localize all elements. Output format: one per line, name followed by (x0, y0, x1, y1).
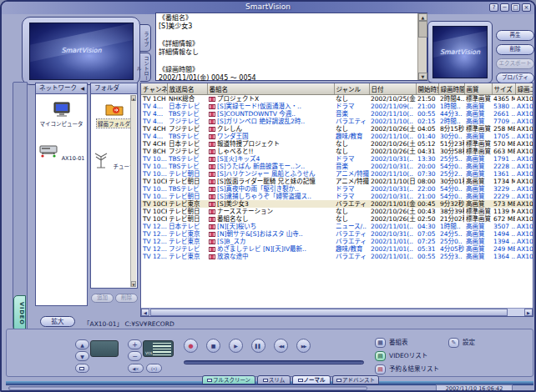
column-header[interactable]: 放送局名 (167, 83, 207, 95)
table-row[interactable]: TV 4CHフジテレビクレしんなし2002/10/26(土)04:058分15秒… (141, 125, 533, 133)
volume-down-button[interactable]: − (128, 351, 142, 361)
column-header[interactable]: 日付 (369, 83, 416, 95)
table-cell: ニュース/.. (334, 223, 369, 230)
zoom-button[interactable]: 拡大 (40, 316, 75, 327)
column-header[interactable]: 録画ユーザ名 (515, 83, 533, 95)
table-row[interactable]: TV 10CHテレビ朝日ナースステーションなし2002/10/26(土)00:4… (141, 208, 533, 215)
table-row[interactable]: TV 4...TBSテレビ[S]COUNTDOWNTV 今週..音楽2002/1… (141, 110, 533, 118)
table-cell: [S][火]キッズ4 (207, 155, 334, 163)
scroll-down-icon[interactable]: ▼ (131, 281, 136, 287)
folder-scrollbar[interactable]: ▲ ▼ (130, 95, 136, 287)
column-header[interactable]: 録画時間 (438, 83, 464, 95)
reservation-list-icon[interactable]: ▤ (375, 364, 386, 374)
scroll-up-icon[interactable]: ▲ (418, 13, 427, 21)
table-row[interactable]: TV 10...テレビ朝日[S]ハリケンジャー 風船とふうせんアニメ/特撮200… (141, 170, 533, 178)
column-header[interactable]: ジャンル (334, 83, 369, 95)
maximize-button[interactable]: □ (511, 3, 520, 12)
channel-down-button[interactable]: ▼ (75, 351, 89, 361)
collapse-icon[interactable]: ◀ (80, 83, 84, 93)
program-guide-icon[interactable]: ▦ (375, 338, 386, 348)
column-header[interactable]: 画質 (464, 83, 492, 95)
video-list-icon[interactable]: ▤ (375, 351, 386, 361)
rewind-button[interactable]: ◀◀ (274, 339, 288, 353)
scroll-right-icon[interactable]: ▶ (524, 309, 533, 316)
scrollbar-thumb[interactable] (150, 309, 508, 316)
delete-folder-button[interactable]: 削除 (115, 294, 138, 303)
audio-mode-button[interactable]: (•) (146, 364, 162, 373)
channel-up-button[interactable]: ▲ (75, 339, 89, 349)
table-cell: 高画質 (464, 118, 492, 125)
help-button[interactable]: ? (489, 3, 498, 12)
table-cell: 標準画質 (464, 95, 492, 103)
table-row[interactable]: TV 4CH日本テレビ報道特捜プロジェクトなし2002/10/26(土)05:1… (141, 140, 533, 148)
tree-item-my-computer[interactable]: マイコンピュータ (36, 102, 87, 128)
tab-fullscreen[interactable]: フルスクリーン (202, 375, 255, 384)
table-row[interactable]: TV 10CHテレビ東京[S]美少女3バラエティ2002/11/01(金)00:… (141, 200, 533, 208)
table-row[interactable]: TV 10...TBSテレビ[S][火]キッズ4ドラマ2002/10/31(..… (141, 155, 533, 163)
table-hscrollbar[interactable]: ◀ ▶ (141, 308, 533, 316)
column-header[interactable]: サイズ (492, 83, 515, 95)
close-button[interactable]: × (522, 3, 531, 12)
table-cell: 高画質 (464, 193, 492, 200)
table-row[interactable]: TV 4...TBSテレビワンダ王国趣味/教育2002/11/10(..01:4… (141, 133, 533, 140)
tab-normal[interactable]: ノーマル (292, 375, 331, 384)
minimize-button[interactable]: − (500, 3, 509, 12)
table-row[interactable]: TV 1CHNHK総合プロジェクトXなし2002/10/25(金)21:502時… (141, 95, 533, 103)
table-row[interactable]: TV 12...テレビ東京放浪な途中バラエティ2002/11/01(..00:5… (141, 253, 533, 260)
table-row[interactable]: TV 10...TBSテレビ[S]うたばん 新曲披露モー..ン..音楽2002/… (141, 163, 533, 170)
add-folder-button[interactable]: 追加 (91, 294, 114, 303)
reservation-list-button[interactable]: 予約＆結果リスト (389, 364, 439, 374)
pause-button[interactable]: ▌▌ (251, 339, 265, 353)
tab-video[interactable]: VIDEO (13, 295, 26, 332)
mute-button[interactable]: ◀× (128, 364, 144, 373)
table-row[interactable]: TV 8CHフジテレビしゃべると!!なし2002/10/26(土)04:3130… (141, 148, 533, 155)
smartvision-logo: SmartVision (30, 47, 133, 54)
table-cell: テレビ東京 (167, 200, 207, 208)
tab-live[interactable]: ライブ (140, 24, 151, 52)
seek-bar[interactable] (184, 360, 364, 364)
info-scrollbar[interactable]: ▲ ▼ (417, 13, 427, 80)
window-icon (298, 379, 303, 382)
table-cell: TBSテレビ (167, 133, 207, 140)
scroll-down-icon[interactable]: ▼ (418, 73, 427, 80)
folder-panel: フォルダ 録画フォルダ チューナ ▲ ▼ (90, 83, 138, 289)
program-guide-button[interactable]: 番組表 (389, 338, 408, 348)
play-control-button[interactable]: ▶ (229, 339, 243, 353)
display-mode-button[interactable] (75, 364, 89, 373)
fast-forward-button[interactable]: ▶▶ (296, 339, 311, 353)
table-cell: 音楽 (334, 163, 369, 170)
table-cell: 高画質 (464, 133, 492, 140)
column-header[interactable]: チャンネル (141, 83, 167, 95)
scroll-up-icon[interactable]: ▲ (131, 95, 136, 101)
play-button[interactable]: 再生 (496, 30, 534, 41)
antenna-icon (92, 152, 110, 168)
scrollbar-thumb[interactable] (418, 21, 427, 38)
column-header[interactable]: 番組名 (207, 83, 334, 95)
settings-icon[interactable]: ✎ (448, 338, 459, 348)
tab-advanced[interactable]: アドバンスト (332, 375, 379, 384)
table-row[interactable]: TV 10...TBSテレビ[S]真夜中の雨「駆引き裂か..ドラマ2002/10… (141, 185, 533, 193)
stop-button[interactable]: ■ (206, 339, 220, 353)
tab-slim[interactable]: スリム (257, 375, 291, 384)
delete-button[interactable]: 削除 (496, 44, 534, 55)
table-cell: 51分23秒 (438, 140, 464, 148)
scroll-left-icon[interactable]: ◀ (141, 309, 149, 316)
video-list-button[interactable]: VIDEOリスト (389, 351, 427, 361)
clock: 2002/11/10 16:06:42 (436, 384, 513, 392)
table-row[interactable]: TV 10CHテレビ朝日[S]仮面ライダー龍騎 兄と妹の記憶アニメ/特撮2002… (141, 178, 533, 185)
table-row[interactable]: TV 4...日本テレビ[S]実録モード!仮面通潜入・..ドラマ2002/11/… (141, 103, 533, 110)
table-row[interactable]: TV 12...日本テレビ[N][天]桜いちニュース/..2002/11/01(… (141, 223, 533, 230)
record-button[interactable]: ● (184, 339, 198, 353)
table-row[interactable]: TV 12...テレビ東京[S]B_スカバラエティ2002/11/01(..07… (141, 238, 533, 245)
table-row[interactable]: TV 4...フジテレビ[S]ガリンペロ 絶好調波乱2時..バラエティ2002/… (141, 118, 533, 125)
table-row[interactable]: TV 12...テレビ東京[N]朝サテ&[S]おはスタ 山寺..バラエティ200… (141, 230, 533, 238)
settings-button[interactable]: 設定 (463, 338, 475, 348)
export-button[interactable]: エクスポート (496, 58, 534, 69)
table-row[interactable]: TV 10CHテレビ朝日番組名なしなし2002/10/26(土)02:5021分… (141, 215, 533, 223)
table-row[interactable]: TV 10...テレビ朝日[S]逮捕しちゃうぞ「婦警盗撮ス..ドラマ2002/1… (141, 193, 533, 200)
tree-item-ax10[interactable]: AX10-01 (36, 143, 87, 162)
volume-up-button[interactable]: + (128, 339, 142, 349)
table-row[interactable]: TV 12...フジテレビめざましテレビ [N][天]IV最新..趣味/教育20… (141, 245, 533, 253)
column-header[interactable]: 開始時刻 (416, 83, 438, 95)
tab-control[interactable]: コントロール (140, 53, 151, 82)
